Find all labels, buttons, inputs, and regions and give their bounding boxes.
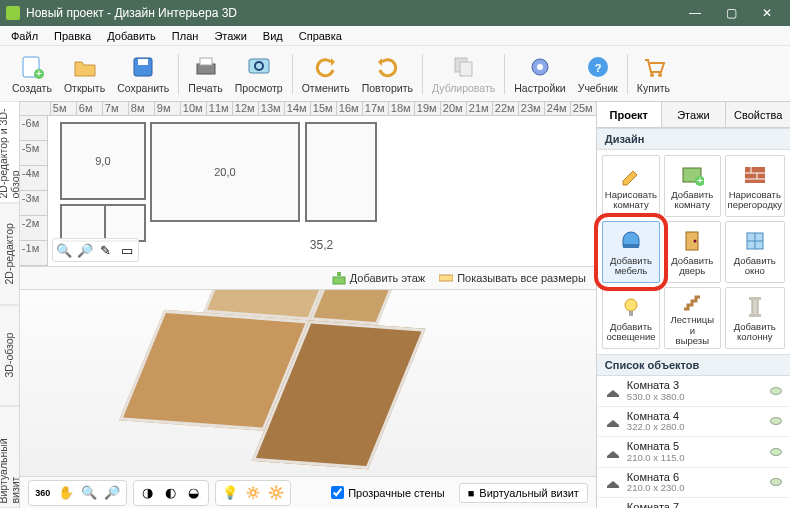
rtab-1[interactable]: Этажи (662, 102, 727, 127)
tb-settings-button[interactable]: Настройки (508, 51, 572, 96)
print-icon (192, 53, 220, 81)
menu-add[interactable]: Добавить (100, 28, 163, 44)
tile-add-furn[interactable]: Добавитьмебель (602, 221, 660, 283)
menu-floors[interactable]: Этажи (207, 28, 253, 44)
tile-stairs[interactable]: Лестницы ивырезы (664, 287, 720, 349)
render-a-icon[interactable]: ◑ (138, 483, 158, 503)
zoom-in-3d-icon[interactable]: 🔍 (79, 483, 99, 503)
tb-redo-button[interactable]: Повторить (356, 51, 419, 96)
virtual-visit-button[interactable]: ■ Виртуальный визит (459, 483, 588, 503)
object-row[interactable]: Комната 3530.0 x 380.0 (597, 376, 790, 407)
svg-rect-6 (200, 58, 212, 65)
tb-buy-label: Купить (637, 82, 670, 94)
rtab-2[interactable]: Свойства (726, 102, 790, 127)
toolbar: +СоздатьОткрытьСохранитьПечатьПросмотрОт… (0, 46, 790, 102)
render-b-icon[interactable]: ◐ (161, 483, 181, 503)
room-b[interactable]: 20,0 (150, 122, 300, 222)
tile-add-room-label: Добавитькомнату (671, 190, 713, 211)
ruler-horizontal: 5м6м7м8м9м10м11м12м13м14м15м16м17м18м19м… (20, 102, 596, 116)
pencil-icon[interactable]: ✎ (97, 241, 115, 259)
vtab-2d[interactable]: 2D-редактор (0, 204, 19, 306)
render-c-icon[interactable]: ◒ (184, 483, 204, 503)
tile-add-door[interactable]: Добавитьдверь (664, 221, 720, 283)
ruler-tick: 7м (102, 102, 128, 115)
rtab-0[interactable]: Проект (597, 102, 662, 127)
light-a-icon[interactable]: 💡 (220, 483, 240, 503)
tb-buy-button[interactable]: Купить (631, 51, 676, 96)
app-icon (6, 6, 20, 20)
view-360-icon[interactable]: 360 (33, 483, 53, 503)
gear-icon (526, 53, 554, 81)
tb-create-button[interactable]: +Создать (6, 51, 58, 96)
vtab-virt[interactable]: Виртуальный визит (0, 407, 19, 509)
maximize-button[interactable]: ▢ (714, 3, 748, 23)
minimize-button[interactable]: — (678, 3, 712, 23)
svg-point-12 (537, 64, 543, 70)
tb-open-button[interactable]: Открыть (58, 51, 111, 96)
tb-preview-button[interactable]: Просмотр (229, 51, 289, 96)
dup-icon (450, 53, 478, 81)
visibility-icon[interactable] (770, 417, 782, 425)
svg-text:+: + (697, 174, 703, 186)
pan-icon[interactable]: ✋ (56, 483, 76, 503)
view-tools-group: 360 ✋ 🔍 🔎 (28, 480, 127, 506)
tile-add-light[interactable]: Добавитьосвещение (602, 287, 660, 349)
object-row[interactable]: Комната 4322.0 x 280.0 (597, 407, 790, 438)
menu-help[interactable]: Справка (292, 28, 349, 44)
object-icon (605, 474, 621, 490)
room-b-label: 20,0 (214, 166, 235, 178)
show-dims-button[interactable]: Показывать все размеры (439, 271, 586, 285)
room-c[interactable] (305, 122, 377, 222)
add-floor-button[interactable]: Добавить этаж (332, 271, 425, 285)
tb-undo-button[interactable]: Отменить (296, 51, 356, 96)
object-row[interactable]: Комната 5210.0 x 115.0 (597, 437, 790, 468)
visibility-icon[interactable] (770, 387, 782, 395)
titlebar: Новый проект - Дизайн Интерьера 3D — ▢ ✕ (0, 0, 790, 26)
light-b-icon[interactable]: 🔅 (243, 483, 263, 503)
menu-file[interactable]: Файл (4, 28, 45, 44)
visibility-icon[interactable] (770, 448, 782, 456)
plus-floor-icon (332, 271, 346, 285)
plan-2d-view[interactable]: -6м-5м-4м-3м-2м-1м 9,0 20,0 35,2 🔍 🔎 ✎ ▭ (20, 116, 596, 266)
zoom-in-icon[interactable]: 🔍 (55, 241, 73, 259)
zoom-out-3d-icon[interactable]: 🔎 (102, 483, 122, 503)
tile-draw-room[interactable]: Нарисоватькомнату (602, 155, 660, 217)
tile-draw-part-label: Нарисоватьперегородку (728, 190, 782, 211)
column-icon (742, 294, 768, 320)
tile-stairs-label: Лестницы ивырезы (667, 315, 717, 346)
room-e[interactable] (104, 204, 146, 242)
tb-dup-button[interactable]: Дублировать (426, 51, 501, 96)
tile-draw-part[interactable]: Нарисоватьперегородку (725, 155, 785, 217)
tile-add-window[interactable]: Добавитьокно (725, 221, 785, 283)
tb-guide-button[interactable]: ?Учебник (572, 51, 624, 96)
plan-3d-view[interactable] (20, 290, 596, 476)
object-row[interactable]: Комната 6210.0 x 230.0 (597, 468, 790, 499)
tb-preview-label: Просмотр (235, 82, 283, 94)
new-icon: + (18, 53, 46, 81)
eraser-icon[interactable]: ▭ (118, 241, 136, 259)
plan2d-toolbar: 🔍 🔎 ✎ ▭ (52, 238, 139, 262)
object-dims: 210.0 x 230.0 (627, 483, 764, 494)
transparent-walls-checkbox[interactable] (331, 486, 344, 499)
tb-save-button[interactable]: Сохранить (111, 51, 175, 96)
close-button[interactable]: ✕ (750, 3, 784, 23)
menu-edit[interactable]: Правка (47, 28, 98, 44)
vtab-3d[interactable]: 3D-обзор (0, 305, 19, 407)
menu-view[interactable]: Вид (256, 28, 290, 44)
object-dims: 210.0 x 115.0 (627, 453, 764, 464)
menu-plan[interactable]: План (165, 28, 206, 44)
object-row[interactable]: Комната 7415.0 x 960.0 (597, 498, 790, 508)
vtab-combo[interactable]: 2D-редактор и 3D-обзор (0, 102, 19, 204)
visibility-icon[interactable] (770, 478, 782, 486)
tile-add-room[interactable]: +Добавитькомнату (664, 155, 720, 217)
tb-print-button[interactable]: Печать (182, 51, 228, 96)
transparent-walls-toggle[interactable]: Прозрачные стены (331, 486, 444, 499)
room-a[interactable]: 9,0 (60, 122, 146, 200)
tile-add-column[interactable]: Добавитьколонну (725, 287, 785, 349)
light-c-icon[interactable]: 🔆 (266, 483, 286, 503)
zoom-out-icon[interactable]: 🔎 (76, 241, 94, 259)
ruler-tick: 5м (50, 102, 76, 115)
redo-icon (373, 53, 401, 81)
window-title: Новый проект - Дизайн Интерьера 3D (26, 6, 237, 20)
room-d[interactable] (60, 204, 104, 242)
